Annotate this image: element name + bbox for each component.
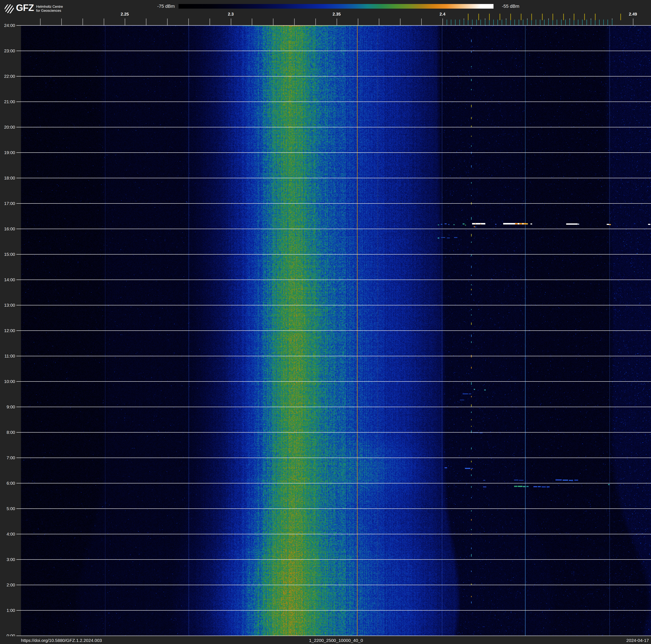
hour-gridline: [17, 152, 651, 153]
freq-axis-label: 2.25: [121, 12, 129, 17]
time-axis-label: 12:00: [0, 328, 15, 333]
hour-gridline: [17, 229, 651, 229]
ble-channel-tick: [557, 20, 557, 25]
gfz-logo-subtitle: Helmholtz Centre for Geosciences: [36, 5, 63, 12]
time-axis-label: 7:00: [0, 455, 15, 460]
time-axis-label: 16:00: [0, 226, 15, 231]
time-axis-label: 14:00: [0, 277, 15, 282]
ble-channel-tick: [502, 20, 502, 25]
freq-tick: [61, 19, 62, 25]
hour-gridline: [17, 483, 651, 484]
freq-tick: [421, 19, 422, 25]
freq-tick: [104, 19, 104, 25]
time-axis-label: 8:00: [0, 430, 15, 435]
hour-gridline: [17, 127, 651, 127]
ble-channel-tick: [480, 20, 481, 25]
time-axis-label: 18:00: [0, 176, 15, 180]
ble-channel-tick: [485, 20, 485, 25]
wifi-channel-tick: [510, 14, 511, 20]
wifi-channel-tick: [563, 14, 564, 20]
freq-tick: [167, 19, 167, 25]
ble-channel-tick: [608, 20, 608, 25]
wifi-channel-tick: [531, 14, 532, 20]
footer: https://doi.org/10.5880/GFZ.1.2.2024.003…: [0, 636, 651, 644]
time-axis-label: 21:00: [0, 99, 15, 104]
ble-channel-tick: [468, 20, 468, 25]
time-axis-label: 20:00: [0, 125, 15, 130]
ble-channel-tick: [510, 20, 511, 25]
ble-channel-tick: [464, 20, 464, 25]
hour-gridline: [17, 381, 651, 382]
hour-gridline: [17, 407, 651, 407]
wifi-channel-tick: [542, 14, 542, 20]
freq-tick: [231, 19, 231, 25]
freq-axis-label: 2.49: [629, 12, 637, 17]
hour-gridline: [17, 280, 651, 280]
freq-tick: [252, 19, 252, 25]
hour-gridline: [17, 458, 651, 458]
freq-tick: [400, 19, 400, 25]
freq-tick: [273, 19, 273, 25]
hour-gridline: [17, 585, 651, 585]
hour-gridline: [17, 178, 651, 178]
date-label: 2024-04-17: [626, 638, 649, 643]
ble-channel-tick: [523, 20, 523, 25]
ble-channel-tick: [497, 20, 498, 25]
ble-channel-tick: [565, 20, 566, 25]
freq-tick: [210, 19, 210, 25]
hour-gridline: [17, 203, 651, 204]
wifi-channel-tick: [553, 14, 553, 20]
hour-gridline: [17, 101, 651, 102]
ble-channel-tick: [595, 20, 595, 25]
ble-channel-tick: [561, 20, 562, 25]
ble-channel-tick: [476, 20, 477, 25]
ble-channel-tick: [582, 20, 583, 25]
doi-link[interactable]: https://doi.org/10.5880/GFZ.1.2.2024.003: [21, 638, 102, 643]
ble-channel-tick: [603, 20, 604, 25]
hour-gridline: [17, 305, 651, 305]
wifi-channel-tick: [489, 14, 490, 20]
hour-gridline: [17, 25, 651, 26]
time-axis-label: 5:00: [0, 506, 15, 511]
ble-channel-tick: [578, 20, 578, 25]
ble-channel-tick: [587, 20, 587, 25]
ble-channel-tick: [519, 20, 519, 25]
time-axis-label: 2:00: [0, 582, 15, 587]
ble-channel-tick: [493, 20, 494, 25]
hour-gridline: [17, 356, 651, 356]
ble-channel-tick: [527, 20, 528, 25]
ble-channel-tick: [548, 20, 549, 25]
time-axis-label: 1:00: [0, 608, 15, 613]
freq-tick: [315, 19, 316, 25]
freq-tick: [633, 19, 633, 25]
logo-subtitle-line2: for Geosciences: [36, 9, 63, 12]
logo-subtitle-line1: Helmholtz Centre: [36, 5, 63, 9]
hour-gridline: [17, 636, 651, 636]
ble-channel-tick: [569, 20, 570, 25]
freq-tick: [40, 19, 40, 25]
time-axis-label: 22:00: [0, 74, 15, 79]
freq-tick: [379, 19, 379, 25]
ble-channel-tick: [540, 20, 540, 25]
ble-channel-tick: [451, 20, 451, 25]
wifi-channel-tick: [521, 14, 521, 20]
ble-channel-tick: [447, 20, 447, 25]
freq-tick: [294, 19, 294, 25]
ble-channel-tick: [489, 20, 490, 25]
hour-gridline: [17, 432, 651, 433]
hour-gridline: [17, 610, 651, 611]
ble-channel-tick: [599, 20, 599, 25]
wifi-channel-tick: [574, 14, 575, 20]
hour-gridline: [17, 76, 651, 77]
colorbar-min-label: -75 dBm: [145, 4, 175, 9]
ble-channel-tick: [506, 20, 506, 25]
time-axis-label: 3:00: [0, 557, 15, 562]
gfz-logo-icon: [5, 4, 14, 13]
freq-tick: [125, 19, 125, 25]
ble-channel-tick: [574, 20, 574, 25]
ble-channel-tick: [591, 20, 591, 25]
freq-axis-label: 2.35: [333, 12, 341, 17]
time-axis-label: 17:00: [0, 201, 15, 206]
ble-channel-tick: [544, 20, 545, 25]
freq-tick: [442, 19, 443, 25]
